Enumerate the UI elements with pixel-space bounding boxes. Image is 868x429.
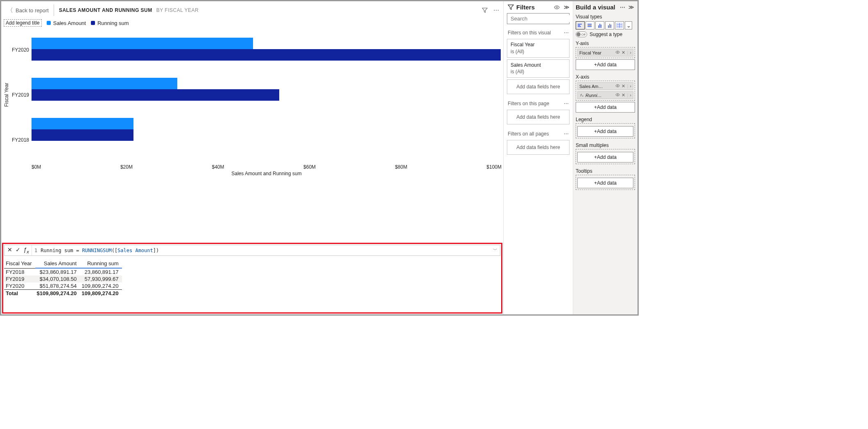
y-axis-title: Fiscal Year [3, 27, 11, 163]
svg-point-7 [617, 52, 619, 53]
col-running-sum[interactable]: Running sum [80, 260, 122, 268]
visual-type-clustered-column[interactable] [595, 21, 604, 29]
suggest-type-toggle[interactable]: Off [576, 32, 587, 37]
filters-pane-icon [508, 4, 514, 10]
visual-types-label: Visual types [573, 13, 637, 20]
visual-subtitle: BY FISCAL YEAR [156, 7, 199, 13]
formula-commit-button[interactable]: ✓ [14, 246, 22, 254]
well-label: Legend [573, 116, 637, 123]
legend-title-placeholder[interactable]: Add legend title [4, 19, 42, 27]
field-menu-chevron[interactable]: › [630, 84, 631, 89]
filters-visual-dropzone[interactable]: Add data fields here [507, 79, 570, 94]
well-label: Tooltips [573, 167, 637, 175]
add-data-button[interactable]: +Add data [576, 59, 635, 70]
filters-search[interactable] [507, 13, 570, 24]
formula-cancel-button[interactable]: ✕ [6, 246, 14, 254]
visual-type-stacked-bar[interactable] [585, 21, 594, 29]
filter-icon[interactable] [482, 7, 488, 14]
field-chip[interactable]: Runni…✕|› [577, 91, 633, 99]
legend-swatch-sales [47, 21, 51, 25]
svg-point-0 [556, 7, 558, 8]
table-total-row: Total$109,809,274.20109,809,274.20 [4, 290, 122, 297]
eye-icon[interactable] [615, 50, 620, 55]
table-row[interactable]: FY2020$51,878,274.54109,809,274.20 [4, 282, 122, 290]
filters-all-more-icon[interactable]: ⋯ [564, 131, 569, 137]
bar-FY2020-sales-amount[interactable] [32, 38, 253, 49]
bar-chart[interactable] [32, 27, 502, 163]
filters-page-more-icon[interactable]: ⋯ [564, 101, 569, 106]
well-label: X-axis [573, 73, 637, 81]
chevron-left-icon: 〈 [7, 7, 13, 14]
y-axis-ticks: FY2020 FY2019 FY2018 [11, 27, 32, 163]
svg-point-8 [617, 85, 619, 86]
visual-type-more[interactable]: ⌄ [625, 21, 632, 29]
back-to-report-button[interactable]: 〈 Back to report [7, 7, 49, 14]
formula-table-block: ✕ ✓ ƒx 1 Running sum = RUNNINGSUM([Sales… [2, 243, 502, 314]
filters-page-title: Filters on this page [508, 101, 549, 106]
fx-icon[interactable]: ƒx [23, 246, 30, 254]
filters-all-dropzone[interactable]: Add data fields here [507, 140, 570, 155]
x-axis-ticks: $0M$20M$40M$60M$80M$100M [32, 163, 502, 170]
visual-title: SALES AMOUNT AND RUNNING SUM [59, 7, 152, 13]
more-options-icon[interactable]: ⋯ [493, 7, 499, 14]
add-data-button[interactable]: +Add data [576, 102, 635, 113]
remove-field-icon[interactable]: ✕ [622, 50, 625, 55]
filters-visual-title: Filters on this visual [508, 30, 551, 36]
build-collapse-icon[interactable]: ≫ [628, 4, 634, 10]
filters-pane-title: Filters [516, 4, 535, 11]
back-label: Back to report [16, 7, 49, 14]
well-label: Small multiples [573, 142, 637, 149]
formula-bar[interactable]: ✕ ✓ ƒx 1 Running sum = RUNNINGSUM([Sales… [4, 245, 500, 256]
bar-FY2019-sales-amount[interactable] [32, 78, 177, 89]
eye-icon[interactable] [615, 93, 620, 98]
add-data-button[interactable]: +Add data [577, 126, 633, 137]
build-more-icon[interactable]: ⋯ [620, 4, 625, 10]
filter-card-fiscal-year[interactable]: Fiscal Year is (All) [507, 39, 570, 58]
suggest-type-label: Suggest a type [590, 32, 622, 37]
bar-FY2020-running-sum[interactable] [32, 49, 501, 61]
formula-line-number: 1 [33, 248, 40, 253]
build-pane-title: Build a visual [576, 4, 615, 11]
table-row[interactable]: FY2018$23,860,891.1723,860,891.17 [4, 268, 122, 275]
remove-field-icon[interactable]: ✕ [622, 93, 625, 98]
add-data-button[interactable]: +Add data [577, 152, 633, 163]
field-chip[interactable]: Fiscal Year✕|› [577, 49, 633, 56]
svg-point-9 [617, 94, 619, 95]
legend-label-running: Running sum [97, 20, 129, 26]
filters-page-dropzone[interactable]: Add data fields here [507, 110, 570, 124]
visual-type-clustered-bar[interactable] [576, 21, 585, 29]
col-sales-amount[interactable]: Sales Amount [35, 260, 80, 268]
bar-FY2018-sales-amount[interactable] [32, 118, 133, 129]
collapse-pane-icon[interactable]: ≫ [564, 4, 570, 10]
visual-type-picker: ⌄ [573, 20, 637, 30]
col-fiscal-year[interactable]: Fiscal Year [4, 260, 35, 268]
add-data-button[interactable]: +Add data [577, 178, 633, 188]
field-menu-chevron[interactable]: › [630, 50, 631, 55]
show-hide-icon[interactable] [554, 4, 560, 10]
field-menu-chevron[interactable]: › [630, 93, 631, 98]
filter-card-sales-amount[interactable]: Sales Amount is (All) [507, 59, 570, 78]
filters-all-title: Filters on all pages [508, 131, 549, 137]
formula-expand-chevron[interactable]: ﹀ [493, 247, 497, 253]
legend-label-sales: Sales Amount [53, 20, 86, 26]
divider [54, 5, 54, 16]
table-row[interactable]: FY2019$34,070,108.5057,930,999.67 [4, 275, 122, 282]
eye-icon[interactable] [615, 84, 620, 89]
legend-swatch-running [91, 21, 95, 25]
filters-visual-more-icon[interactable]: ⋯ [564, 30, 569, 36]
well-label: Y-axis [573, 40, 637, 47]
formula-text[interactable]: Running sum = RUNNINGSUM([Sales Amount]) [41, 246, 500, 255]
visual-type-table[interactable] [615, 21, 624, 29]
legend: Add legend title Sales Amount Running su… [4, 19, 502, 27]
x-axis-title: Sales Amount and Running sum [32, 171, 502, 176]
bar-FY2018-running-sum[interactable] [32, 129, 133, 141]
fx-icon [579, 93, 584, 97]
remove-field-icon[interactable]: ✕ [622, 84, 625, 89]
data-table: Fiscal Year Sales Amount Running sum FY2… [4, 260, 122, 297]
visual-type-stacked-column[interactable] [605, 21, 614, 29]
field-chip[interactable]: Sales Am…✕|› [577, 82, 633, 90]
bar-FY2019-running-sum[interactable] [32, 89, 279, 101]
filters-search-input[interactable] [510, 15, 580, 22]
